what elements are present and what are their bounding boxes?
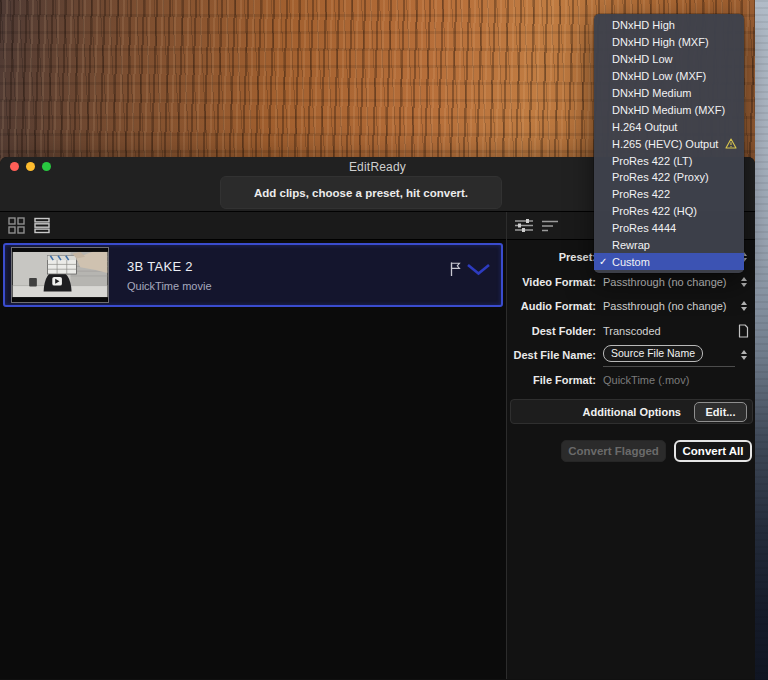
menu-item-dnxhd-high[interactable]: DNxHD High [594, 17, 744, 34]
preset-label: Preset: [507, 251, 596, 263]
menu-item-prores-422[interactable]: ProRes 422 [594, 186, 744, 203]
menu-item-dnxhd-low-mxf[interactable]: DNxHD Low (MXF) [594, 68, 744, 85]
clip-thumbnail [11, 247, 109, 303]
hint-message-box: Add clips, choose a preset, hit convert. [220, 176, 502, 209]
video-format-stepper-icon[interactable] [739, 276, 749, 288]
hint-message-text: Add clips, choose a preset, hit convert. [254, 187, 468, 199]
additional-options-bar: Additional Options Edit... [510, 399, 753, 424]
desktop-wallpaper-right-edge [755, 0, 768, 680]
checkmark-icon: ✓ [599, 256, 612, 267]
dest-file-name-row: Dest File Name: Source File Name [507, 343, 755, 368]
audio-format-label: Audio Format: [507, 300, 596, 312]
chevron-down-icon[interactable] [466, 262, 491, 280]
menu-item-dnxhd-low[interactable]: DNxHD Low [594, 51, 744, 68]
menu-item-dnxhd-medium[interactable]: DNxHD Medium [594, 85, 744, 102]
clip-subtitle: QuickTime movie [127, 280, 212, 292]
desktop-screen: EditReady Add clips, choose a preset, hi… [0, 0, 768, 680]
additional-options-label: Additional Options [583, 406, 681, 418]
clip-meta: 3B TAKE 2 QuickTime movie [127, 259, 212, 292]
window-main: 3B TAKE 2 QuickTime movie [0, 212, 755, 679]
clip-title: 3B TAKE 2 [127, 259, 212, 274]
dest-folder-row: Dest Folder: Transcoded [507, 319, 755, 344]
audio-format-value[interactable]: Passthrough (no change) [603, 300, 739, 312]
dest-file-name-label: Dest File Name: [507, 349, 596, 361]
settings-form: Preset: Video Format: Passthrough (no ch… [507, 240, 755, 462]
warning-icon [725, 138, 737, 149]
file-format-value: QuickTime (.mov) [603, 374, 755, 386]
menu-item-rewrap[interactable]: Rewrap [594, 237, 744, 254]
menu-item-h265-hevc-output[interactable]: H.265 (HEVC) Output [594, 135, 744, 152]
video-format-row: Video Format: Passthrough (no change) [507, 270, 755, 295]
list-view-icon[interactable] [34, 217, 50, 234]
dest-folder-value[interactable]: Transcoded [603, 325, 737, 337]
menu-item-custom[interactable]: ✓Custom [594, 253, 744, 270]
video-format-label: Video Format: [507, 276, 596, 288]
file-format-label: File Format: [507, 374, 596, 386]
grid-view-icon[interactable] [8, 217, 25, 234]
flag-icon[interactable] [448, 261, 463, 281]
convert-all-button[interactable]: Convert All [674, 440, 752, 462]
menu-item-dnxhd-high-mxf[interactable]: DNxHD High (MXF) [594, 34, 744, 51]
settings-panel: Preset: Video Format: Passthrough (no ch… [507, 212, 755, 679]
sliders-icon[interactable] [515, 218, 533, 233]
menu-item-prores-4444[interactable]: ProRes 4444 [594, 220, 744, 237]
document-icon[interactable] [737, 324, 749, 338]
clip-list: 3B TAKE 2 QuickTime movie [0, 240, 506, 679]
clip-row[interactable]: 3B TAKE 2 QuickTime movie [3, 243, 503, 307]
menu-item-prores-422-proxy[interactable]: ProRes 422 (Proxy) [594, 169, 744, 186]
clip-panel-toolbar [0, 212, 506, 240]
source-file-name-token[interactable]: Source File Name [603, 345, 703, 362]
audio-format-row: Audio Format: Passthrough (no change) [507, 294, 755, 319]
dest-file-name-field[interactable]: Source File Name [603, 343, 735, 367]
menu-item-dnxhd-medium-mxf[interactable]: DNxHD Medium (MXF) [594, 101, 744, 118]
audio-format-stepper-icon[interactable] [739, 300, 749, 312]
menu-item-prores-422-hq[interactable]: ProRes 422 (HQ) [594, 203, 744, 220]
menu-item-prores-422-lt[interactable]: ProRes 422 (LT) [594, 152, 744, 169]
edit-button[interactable]: Edit... [694, 402, 747, 422]
dest-file-name-stepper-icon[interactable] [739, 349, 749, 361]
dest-folder-label: Dest Folder: [507, 325, 596, 337]
video-format-value[interactable]: Passthrough (no change) [603, 276, 739, 288]
file-format-row: File Format: QuickTime (.mov) [507, 368, 755, 393]
convert-buttons-row: Convert Flagged Convert All [507, 440, 755, 462]
menu-item-h264-output[interactable]: H.264 Output [594, 118, 744, 135]
preset-dropdown-menu: DNxHD High DNxHD High (MXF) DNxHD Low DN… [594, 14, 744, 273]
clip-panel: 3B TAKE 2 QuickTime movie [0, 212, 507, 679]
sort-lines-icon[interactable] [542, 219, 559, 233]
convert-flagged-button[interactable]: Convert Flagged [561, 440, 666, 462]
